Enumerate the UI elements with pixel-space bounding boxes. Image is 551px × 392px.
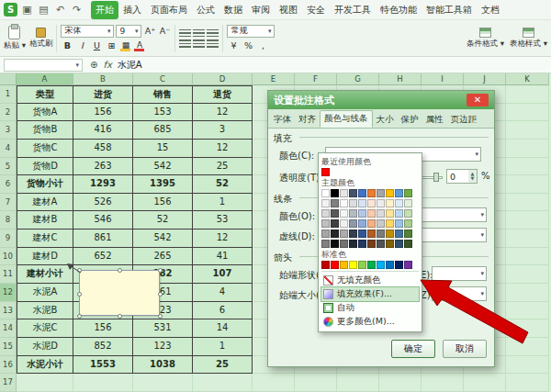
color-swatch[interactable] — [358, 209, 366, 218]
color-swatch[interactable] — [321, 230, 330, 238]
selection-handle[interactable] — [77, 268, 82, 273]
cell[interactable] — [506, 230, 549, 248]
cell[interactable]: 156 — [73, 319, 133, 338]
selection-handle[interactable] — [158, 292, 163, 297]
cell[interactable] — [506, 194, 549, 212]
cell[interactable]: 156 — [133, 194, 193, 212]
currency-format-button[interactable]: ¥ — [227, 39, 240, 52]
number-format-select[interactable]: 常规▾ — [227, 25, 275, 38]
column-header-C[interactable]: C — [133, 73, 193, 85]
menu-tab-审阅[interactable]: 审阅 — [247, 1, 275, 19]
color-swatch[interactable] — [321, 219, 330, 228]
cell[interactable]: 建材A — [17, 194, 73, 212]
align-center-icon[interactable] — [193, 39, 205, 48]
wps-logo[interactable]: S — [4, 3, 17, 17]
cell[interactable] — [506, 248, 549, 266]
color-swatch[interactable] — [331, 209, 339, 218]
decrease-font-button[interactable]: A⁻ — [158, 25, 171, 38]
row-header-3[interactable]: 3 — [0, 121, 17, 140]
cell[interactable]: 652 — [73, 248, 133, 266]
cell[interactable]: 货物D — [17, 158, 73, 176]
color-swatch[interactable] — [358, 240, 366, 248]
italic-button[interactable]: I — [75, 39, 88, 52]
select-all-corner[interactable] — [0, 73, 17, 85]
cell[interactable] — [506, 265, 549, 284]
arrow-end-size-dropdown[interactable]: ▾ — [432, 286, 487, 301]
color-swatch[interactable] — [404, 209, 412, 218]
dialog-tab-对齐[interactable]: 对齐 — [295, 112, 320, 128]
cell[interactable]: 建材B — [17, 211, 73, 230]
cell[interactable]: 52 — [133, 211, 193, 230]
cell[interactable]: 12 — [193, 140, 253, 158]
cell[interactable]: 156 — [73, 104, 133, 122]
color-swatch[interactable] — [358, 189, 366, 197]
cell[interactable]: 123 — [133, 338, 193, 356]
color-swatch[interactable] — [386, 219, 394, 228]
no-fill-option[interactable]: 无填充颜色 — [321, 274, 419, 287]
color-swatch[interactable] — [321, 168, 330, 176]
cell[interactable]: 1038 — [133, 356, 193, 375]
color-swatch[interactable] — [404, 240, 412, 248]
menu-tab-特色功能[interactable]: 特色功能 — [376, 1, 422, 19]
selection-handle[interactable] — [77, 314, 82, 319]
color-swatch[interactable] — [377, 209, 385, 218]
line-weight-dropdown[interactable]: ▾ — [419, 228, 487, 242]
name-box[interactable]: ▾ — [4, 59, 83, 72]
row-header-15[interactable]: 15 — [0, 338, 17, 356]
align-right-icon[interactable] — [207, 39, 219, 48]
cell[interactable]: 15 — [133, 140, 193, 158]
align-middle-icon[interactable] — [193, 29, 205, 38]
percent-format-button[interactable]: % — [242, 39, 254, 52]
color-swatch[interactable] — [340, 219, 348, 228]
cell[interactable]: 852 — [73, 338, 133, 356]
row-header-6[interactable]: 6 — [0, 175, 17, 194]
cell[interactable] — [464, 374, 506, 392]
color-swatch[interactable] — [321, 261, 330, 269]
cell[interactable]: 水泥小计 — [17, 356, 73, 375]
color-swatch[interactable] — [349, 261, 357, 269]
cell[interactable] — [337, 374, 379, 392]
color-swatch[interactable] — [340, 199, 348, 207]
menu-tab-公式[interactable]: 公式 — [192, 1, 219, 19]
transparency-spinner[interactable]: 0▲▼ — [446, 169, 478, 184]
color-swatch[interactable] — [349, 189, 357, 197]
cell[interactable]: 14 — [193, 319, 253, 338]
fx-icon[interactable]: fx — [103, 60, 111, 70]
conditional-format-button[interactable]: 条件格式 ▾ — [467, 28, 504, 50]
arrow-end-style-dropdown[interactable]: ▾ — [432, 266, 487, 281]
cell[interactable]: 3 — [193, 121, 253, 140]
redo-icon[interactable]: ↷ — [70, 4, 84, 16]
cell[interactable]: 6 — [193, 302, 253, 320]
undo-icon[interactable]: ↶ — [53, 4, 67, 16]
cell[interactable]: 建材C — [17, 230, 73, 248]
color-swatch[interactable] — [395, 219, 403, 228]
color-swatch[interactable] — [349, 199, 357, 207]
selection-handle[interactable] — [158, 314, 163, 319]
cell[interactable]: 水泥B — [17, 302, 73, 320]
cell[interactable]: 153 — [133, 104, 193, 122]
cell[interactable]: 建材小计 — [17, 265, 73, 284]
color-swatch[interactable] — [340, 209, 348, 218]
save-icon[interactable]: ▣ — [20, 4, 34, 16]
cell[interactable]: 销售 — [133, 85, 193, 104]
row-header-13[interactable]: 13 — [0, 302, 17, 320]
font-color-button[interactable]: A — [133, 39, 145, 51]
underline-button[interactable]: U — [90, 39, 103, 52]
cell[interactable] — [295, 374, 337, 392]
fill-color-button[interactable]: ▦ — [119, 39, 131, 51]
color-swatch[interactable] — [367, 219, 376, 228]
font-name-select[interactable]: 宋体▾ — [61, 25, 114, 38]
color-swatch[interactable] — [367, 189, 376, 197]
color-swatch[interactable] — [377, 261, 385, 269]
cell[interactable]: 458 — [73, 140, 133, 158]
row-header-1[interactable]: 1 — [0, 85, 17, 104]
cell[interactable] — [506, 284, 549, 302]
cell[interactable] — [133, 374, 193, 392]
color-swatch[interactable] — [349, 209, 357, 218]
row-header-4[interactable]: 4 — [0, 140, 17, 158]
fill-effects-option[interactable]: 填充效果(F)... — [321, 287, 419, 301]
selection-handle[interactable] — [158, 268, 163, 273]
column-header-B[interactable]: B — [73, 73, 133, 85]
cell[interactable] — [253, 374, 295, 392]
cell[interactable] — [73, 374, 133, 392]
